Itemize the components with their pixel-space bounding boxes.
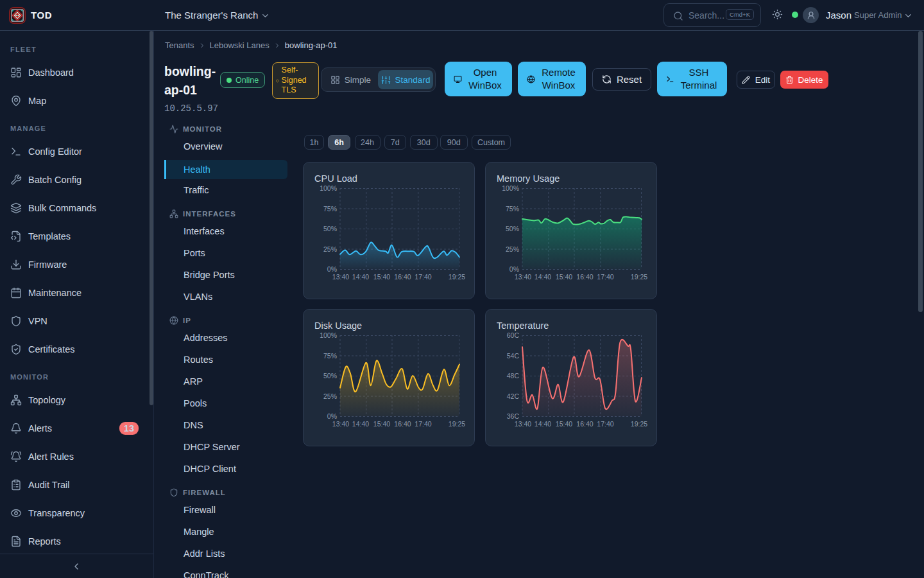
svg-text:14:40: 14:40 — [352, 420, 369, 428]
svg-text:Memory Usage: Memory Usage — [497, 173, 560, 184]
svg-text:13:40: 13:40 — [332, 273, 349, 281]
svg-text:15:40: 15:40 — [556, 420, 572, 428]
svg-text:14:40: 14:40 — [352, 273, 369, 281]
svg-text:17:40: 17:40 — [597, 420, 613, 428]
svg-text:15:40: 15:40 — [373, 420, 390, 428]
svg-text:50%: 50% — [323, 372, 337, 380]
svg-text:13:40: 13:40 — [515, 420, 531, 428]
svg-text:100%: 100% — [502, 184, 519, 192]
svg-text:48C: 48C — [507, 372, 520, 380]
svg-text:0%: 0% — [327, 412, 337, 420]
svg-text:19:25: 19:25 — [631, 420, 647, 428]
svg-text:Temperature: Temperature — [497, 320, 549, 331]
svg-text:25%: 25% — [506, 245, 519, 253]
svg-text:14:40: 14:40 — [535, 420, 551, 428]
svg-text:0%: 0% — [327, 265, 337, 273]
svg-text:75%: 75% — [323, 352, 337, 360]
svg-text:0%: 0% — [509, 265, 519, 273]
svg-text:100%: 100% — [320, 331, 337, 339]
svg-text:Disk Usage: Disk Usage — [314, 320, 362, 331]
svg-text:75%: 75% — [323, 205, 337, 213]
svg-text:15:40: 15:40 — [373, 273, 390, 281]
svg-text:CPU Load: CPU Load — [314, 173, 357, 184]
svg-text:19:25: 19:25 — [449, 420, 465, 428]
svg-text:19:25: 19:25 — [449, 273, 465, 281]
svg-text:15:40: 15:40 — [556, 273, 572, 281]
svg-text:16:40: 16:40 — [394, 273, 411, 281]
svg-text:16:40: 16:40 — [394, 420, 411, 428]
svg-text:17:40: 17:40 — [415, 273, 431, 281]
svg-text:14:40: 14:40 — [535, 273, 551, 281]
svg-text:17:40: 17:40 — [597, 273, 613, 281]
svg-text:100%: 100% — [320, 184, 337, 192]
svg-text:54C: 54C — [507, 352, 520, 360]
svg-text:60C: 60C — [507, 331, 520, 339]
svg-text:19:25: 19:25 — [631, 273, 647, 281]
svg-text:16:40: 16:40 — [576, 273, 593, 281]
svg-text:42C: 42C — [507, 392, 520, 400]
svg-text:25%: 25% — [323, 392, 337, 400]
svg-text:75%: 75% — [506, 205, 519, 213]
svg-text:17:40: 17:40 — [415, 420, 431, 428]
svg-text:25%: 25% — [323, 245, 337, 253]
svg-text:50%: 50% — [323, 225, 337, 232]
svg-text:16:40: 16:40 — [576, 420, 593, 428]
svg-text:36C: 36C — [507, 412, 520, 420]
svg-text:13:40: 13:40 — [515, 273, 531, 281]
svg-text:50%: 50% — [506, 225, 519, 232]
svg-text:13:40: 13:40 — [332, 420, 349, 428]
